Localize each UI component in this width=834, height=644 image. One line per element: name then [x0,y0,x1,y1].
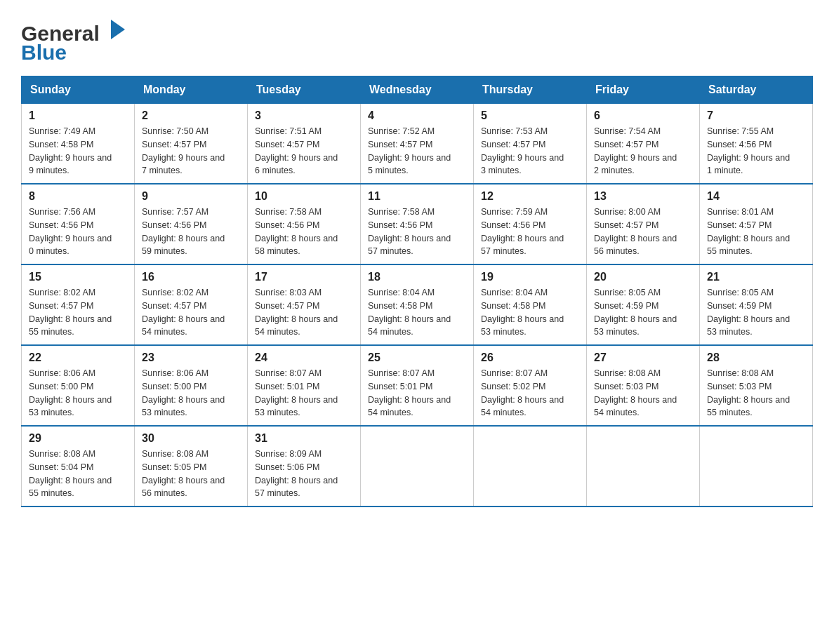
day-header-sunday: Sunday [22,76,135,104]
week-row-2: 8 Sunrise: 7:56 AM Sunset: 4:56 PM Dayli… [22,184,813,264]
day-info: Sunrise: 8:04 AM Sunset: 4:58 PM Dayligh… [481,286,579,339]
day-header-tuesday: Tuesday [248,76,361,104]
calendar-header-row: SundayMondayTuesdayWednesdayThursdayFrid… [22,76,813,104]
day-info: Sunrise: 7:49 AM Sunset: 4:58 PM Dayligh… [29,125,127,177]
calendar-cell: 17 Sunrise: 8:03 AM Sunset: 4:57 PM Dayl… [248,264,361,345]
day-info: Sunrise: 8:04 AM Sunset: 4:58 PM Dayligh… [368,286,466,339]
day-info: Sunrise: 8:05 AM Sunset: 4:59 PM Dayligh… [594,286,692,339]
calendar-cell: 11 Sunrise: 7:58 AM Sunset: 4:56 PM Dayl… [361,184,474,264]
day-header-wednesday: Wednesday [361,76,474,104]
day-number: 29 [29,432,127,445]
day-number: 16 [142,271,240,283]
day-info: Sunrise: 8:03 AM Sunset: 4:57 PM Dayligh… [255,286,353,339]
calendar-cell: 13 Sunrise: 8:00 AM Sunset: 4:57 PM Dayl… [587,184,700,264]
calendar-cell [474,426,587,507]
day-number: 31 [255,432,353,445]
day-number: 8 [29,190,127,203]
calendar-cell: 30 Sunrise: 8:08 AM Sunset: 5:05 PM Dayl… [135,426,248,507]
day-info: Sunrise: 7:58 AM Sunset: 4:56 PM Dayligh… [255,206,353,258]
calendar-cell: 21 Sunrise: 8:05 AM Sunset: 4:59 PM Dayl… [700,264,813,345]
day-info: Sunrise: 8:06 AM Sunset: 5:00 PM Dayligh… [142,367,240,420]
day-header-monday: Monday [135,76,248,104]
calendar-cell: 5 Sunrise: 7:53 AM Sunset: 4:57 PM Dayli… [474,104,587,185]
calendar-cell: 1 Sunrise: 7:49 AM Sunset: 4:58 PM Dayli… [22,104,135,185]
logo: General Blue [21,14,133,66]
calendar-cell [700,426,813,507]
day-number: 19 [481,271,579,283]
calendar-cell [587,426,700,507]
calendar-cell: 28 Sunrise: 8:08 AM Sunset: 5:03 PM Dayl… [700,345,813,426]
svg-text:Blue: Blue [21,41,67,63]
svg-marker-1 [111,20,125,39]
calendar-cell: 14 Sunrise: 8:01 AM Sunset: 4:57 PM Dayl… [700,184,813,264]
day-info: Sunrise: 8:09 AM Sunset: 5:06 PM Dayligh… [255,448,353,500]
calendar-cell: 26 Sunrise: 8:07 AM Sunset: 5:02 PM Dayl… [474,345,587,426]
calendar-cell: 7 Sunrise: 7:55 AM Sunset: 4:56 PM Dayli… [700,104,813,185]
day-info: Sunrise: 7:54 AM Sunset: 4:57 PM Dayligh… [594,125,692,177]
calendar-cell: 27 Sunrise: 8:08 AM Sunset: 5:03 PM Dayl… [587,345,700,426]
day-info: Sunrise: 7:59 AM Sunset: 4:56 PM Dayligh… [481,206,579,258]
day-number: 30 [142,432,240,445]
calendar-cell: 6 Sunrise: 7:54 AM Sunset: 4:57 PM Dayli… [587,104,700,185]
day-info: Sunrise: 8:02 AM Sunset: 4:57 PM Dayligh… [142,286,240,339]
day-number: 11 [368,190,466,203]
day-number: 6 [594,109,692,122]
day-number: 17 [255,271,353,283]
day-info: Sunrise: 8:08 AM Sunset: 5:04 PM Dayligh… [29,448,127,500]
day-number: 7 [707,109,805,122]
day-info: Sunrise: 8:05 AM Sunset: 4:59 PM Dayligh… [707,286,805,339]
calendar-cell: 25 Sunrise: 8:07 AM Sunset: 5:01 PM Dayl… [361,345,474,426]
calendar-cell: 2 Sunrise: 7:50 AM Sunset: 4:57 PM Dayli… [135,104,248,185]
day-number: 23 [142,351,240,364]
day-info: Sunrise: 8:00 AM Sunset: 4:57 PM Dayligh… [594,206,692,258]
day-info: Sunrise: 8:08 AM Sunset: 5:03 PM Dayligh… [707,367,805,420]
calendar-cell [361,426,474,507]
day-info: Sunrise: 8:08 AM Sunset: 5:03 PM Dayligh… [594,367,692,420]
calendar-cell: 22 Sunrise: 8:06 AM Sunset: 5:00 PM Dayl… [22,345,135,426]
day-number: 2 [142,109,240,122]
calendar-cell: 4 Sunrise: 7:52 AM Sunset: 4:57 PM Dayli… [361,104,474,185]
day-number: 27 [594,351,692,364]
calendar-cell: 24 Sunrise: 8:07 AM Sunset: 5:01 PM Dayl… [248,345,361,426]
calendar-cell: 9 Sunrise: 7:57 AM Sunset: 4:56 PM Dayli… [135,184,248,264]
day-number: 1 [29,109,127,122]
calendar-cell: 3 Sunrise: 7:51 AM Sunset: 4:57 PM Dayli… [248,104,361,185]
calendar-cell: 15 Sunrise: 8:02 AM Sunset: 4:57 PM Dayl… [22,264,135,345]
day-number: 25 [368,351,466,364]
week-row-4: 22 Sunrise: 8:06 AM Sunset: 5:00 PM Dayl… [22,345,813,426]
day-info: Sunrise: 7:57 AM Sunset: 4:56 PM Dayligh… [142,206,240,258]
day-number: 18 [368,271,466,283]
day-info: Sunrise: 8:02 AM Sunset: 4:57 PM Dayligh… [29,286,127,339]
day-number: 4 [368,109,466,122]
calendar-cell: 23 Sunrise: 8:06 AM Sunset: 5:00 PM Dayl… [135,345,248,426]
day-info: Sunrise: 7:56 AM Sunset: 4:56 PM Dayligh… [29,206,127,258]
day-info: Sunrise: 7:53 AM Sunset: 4:57 PM Dayligh… [481,125,579,177]
day-number: 5 [481,109,579,122]
day-number: 28 [707,351,805,364]
day-number: 21 [707,271,805,283]
calendar-cell: 19 Sunrise: 8:04 AM Sunset: 4:58 PM Dayl… [474,264,587,345]
day-number: 20 [594,271,692,283]
week-row-3: 15 Sunrise: 8:02 AM Sunset: 4:57 PM Dayl… [22,264,813,345]
day-info: Sunrise: 7:55 AM Sunset: 4:56 PM Dayligh… [707,125,805,177]
day-number: 15 [29,271,127,283]
day-info: Sunrise: 7:51 AM Sunset: 4:57 PM Dayligh… [255,125,353,177]
day-info: Sunrise: 8:08 AM Sunset: 5:05 PM Dayligh… [142,448,240,500]
calendar-table: SundayMondayTuesdayWednesdayThursdayFrid… [21,76,813,507]
day-info: Sunrise: 8:07 AM Sunset: 5:01 PM Dayligh… [368,367,466,420]
day-info: Sunrise: 8:01 AM Sunset: 4:57 PM Dayligh… [707,206,805,258]
calendar-cell: 31 Sunrise: 8:09 AM Sunset: 5:06 PM Dayl… [248,426,361,507]
day-info: Sunrise: 7:58 AM Sunset: 4:56 PM Dayligh… [368,206,466,258]
week-row-1: 1 Sunrise: 7:49 AM Sunset: 4:58 PM Dayli… [22,104,813,185]
day-header-friday: Friday [587,76,700,104]
day-number: 12 [481,190,579,203]
calendar-cell: 12 Sunrise: 7:59 AM Sunset: 4:56 PM Dayl… [474,184,587,264]
day-number: 24 [255,351,353,364]
calendar-cell: 16 Sunrise: 8:02 AM Sunset: 4:57 PM Dayl… [135,264,248,345]
day-number: 10 [255,190,353,203]
day-info: Sunrise: 7:50 AM Sunset: 4:57 PM Dayligh… [142,125,240,177]
calendar-cell: 20 Sunrise: 8:05 AM Sunset: 4:59 PM Dayl… [587,264,700,345]
logo-area: General Blue [21,14,133,69]
day-info: Sunrise: 8:07 AM Sunset: 5:01 PM Dayligh… [255,367,353,420]
page-header: General Blue [21,14,813,69]
